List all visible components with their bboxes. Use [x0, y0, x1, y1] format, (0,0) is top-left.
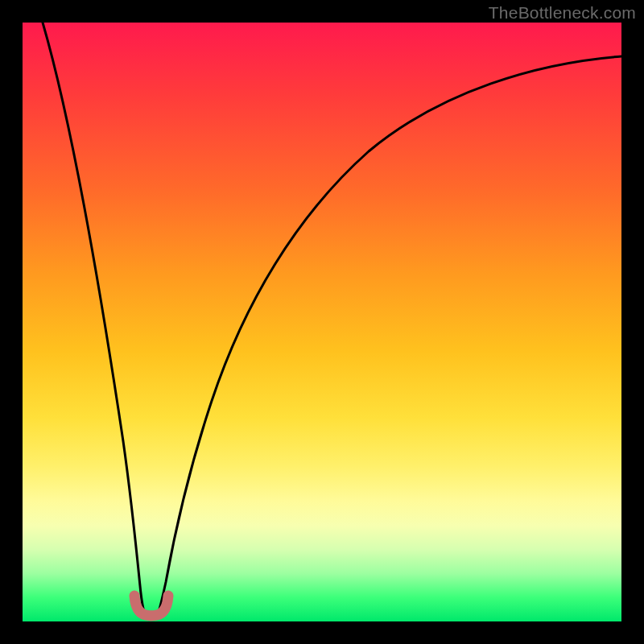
bottleneck-curve-path	[43, 23, 621, 614]
bottleneck-curve-svg	[23, 23, 621, 621]
chart-frame: TheBottleneck.com	[0, 0, 644, 644]
minimum-marker-path	[134, 596, 168, 616]
chart-plot-area	[23, 23, 621, 621]
watermark-text: TheBottleneck.com	[489, 3, 636, 23]
